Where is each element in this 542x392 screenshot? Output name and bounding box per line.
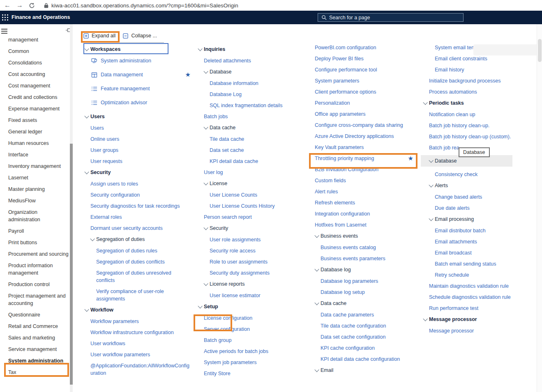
menu-link-refresh-elements[interactable]: Refresh elements	[315, 199, 425, 206]
menu-link-integration-configuration[interactable]: Integration configuration	[315, 210, 425, 218]
sidebar-item-system-administration[interactable]: System administration	[8, 357, 69, 364]
menu-link-batch-email-sending-status[interactable]: Batch email sending status	[423, 260, 520, 268]
section-header-email[interactable]: Email	[315, 367, 425, 374]
menu-link-user-license-counts-history[interactable]: User License Counts History	[198, 202, 307, 210]
menu-link-server-configuration[interactable]: Server configuration	[198, 326, 307, 333]
menu-link-user-license-counts[interactable]: User License Counts	[198, 191, 307, 199]
menu-link-key-vault-parameters[interactable]: Key Vault parameters	[315, 144, 425, 151]
menu-link-process-automations[interactable]: Process automations	[423, 88, 520, 96]
expand-all-button[interactable]: Expand all	[83, 33, 115, 39]
menu-link-configure-cross-company-data-sharing[interactable]: Configure cross-company data sharing	[315, 121, 425, 129]
sidebar-item-tax[interactable]: Tax	[8, 369, 69, 376]
star-icon[interactable]: ★	[408, 155, 413, 162]
menu-link-b2b-invitation-configuration[interactable]: B2B Invitation Configuration	[315, 166, 425, 173]
menu-link-database-information[interactable]: Database information	[198, 80, 307, 87]
sidebar-item-interface[interactable]: Interface	[8, 151, 69, 158]
sidebar-item-consolidations[interactable]: Consolidations	[8, 59, 69, 66]
menu-link-sql-index-fragmentation-details[interactable]: SQL index fragmentation details	[198, 102, 307, 109]
menu-link-throttling-priority-mapping[interactable]: Throttling priority mapping★	[315, 155, 425, 162]
menu-link-data-set-cache[interactable]: Data set cache	[198, 147, 307, 154]
menu-link-entity-store[interactable]: Entity Store	[198, 370, 307, 377]
menu-link-retry-schedule[interactable]: Retry schedule	[423, 271, 520, 279]
menu-link-security-duty-assignments[interactable]: Security duty assignments	[198, 269, 307, 277]
menu-link-license-configuration[interactable]: License configuration	[198, 314, 307, 322]
menu-link-segregation-of-duties-rules[interactable]: Segregation of duties rules	[85, 247, 191, 254]
menu-link-batch-jobs[interactable]: Batch jobs	[198, 113, 307, 120]
menu-link-office-app-parameters[interactable]: Office app parameters	[315, 110, 425, 118]
menu-link-active-periods-for-batch-jobs[interactable]: Active periods for batch jobs	[198, 348, 307, 355]
sidebar-item-human-resources[interactable]: Human resources	[8, 140, 69, 147]
back-arrow-icon[interactable]: ←	[4, 2, 11, 9]
menu-link-client-performance-options[interactable]: Client performance options	[315, 88, 425, 96]
menu-link-system-job-parameters[interactable]: System job parameters	[198, 359, 307, 366]
menu-link-data-set-cache-configuration[interactable]: Data set cache configuration	[315, 333, 425, 341]
menu-link-email-attachments[interactable]: Email attachments	[423, 238, 520, 245]
sidebar-item-general-ledger[interactable]: General ledger	[8, 128, 69, 135]
menu-link-deploy-power-bi-files[interactable]: Deploy Power BI files	[315, 55, 425, 62]
menu-link-system-parameters[interactable]: System parameters	[315, 77, 425, 85]
menu-link-role-to-user-assignments[interactable]: Role to user assignments	[198, 258, 307, 266]
section-header-business-events[interactable]: Business events	[315, 232, 425, 240]
sidebar-item-organization-administration[interactable]: Organization administration	[8, 209, 69, 223]
sidebar-item-questionnaire[interactable]: Questionnaire	[8, 311, 69, 319]
menu-link-personalization[interactable]: Personalization	[315, 99, 425, 107]
menu-link-alert-rules[interactable]: Alert rules	[315, 188, 425, 195]
menu-link-custom-fields[interactable]: Custom fields	[315, 177, 425, 184]
menu-link-run-performance-test[interactable]: Run performance test	[423, 305, 520, 312]
sidebar-item-inventory-management[interactable]: Inventory management	[8, 163, 69, 170]
section-header-database[interactable]: Database	[198, 68, 307, 76]
section-header-license-reports[interactable]: License reports	[198, 280, 307, 288]
menu-link--applicationfoundation-allworkflowconfiguration[interactable]: @ApplicationFoundation:AllWorkflowConfig…	[85, 362, 191, 377]
menu-link-security-configuration[interactable]: Security configuration	[85, 191, 191, 199]
section-header-data-cache[interactable]: Data cache	[198, 124, 307, 131]
menu-link-azure-active-directory-applications[interactable]: Azure Active Directory applications	[315, 133, 425, 140]
section-header-workspaces[interactable]: Workspaces	[85, 46, 191, 53]
menu-link-change-based-alerts[interactable]: Change based alerts	[423, 193, 520, 201]
menu-link-user-groups[interactable]: User groups	[85, 147, 191, 154]
section-header-security[interactable]: Security	[85, 169, 191, 176]
menu-link-kpi-cache-configuration[interactable]: KPI cache configuration	[315, 344, 425, 352]
menu-link-system-administration[interactable]: System administration	[85, 57, 191, 64]
menu-link-powerbi-com-configuration[interactable]: PowerBI.com configuration	[315, 44, 425, 51]
menu-link-due-date-alerts[interactable]: Due date alerts	[423, 204, 520, 212]
collapse-button[interactable]: Collapse ...	[123, 33, 157, 39]
menu-link-schedule-diagnostics-validation-rule[interactable]: Schedule diagnostics validation rule	[423, 293, 520, 301]
menu-link-user-role-assignments[interactable]: User role assignments	[198, 236, 307, 243]
forward-arrow-icon[interactable]: →	[16, 2, 23, 9]
url-text[interactable]: kiwa-acc01.sandbox.operations.dynamics.c…	[51, 2, 238, 9]
menu-link-business-events-parameters[interactable]: Business events parameters	[315, 255, 425, 262]
menu-link-batch-job-history-clean-up-[interactable]: Batch job history clean-up.	[423, 122, 520, 129]
sidebar-item-production-control[interactable]: Production control	[8, 281, 69, 288]
section-header-workflow[interactable]: Workflow	[85, 306, 191, 314]
section-header-inquiries[interactable]: Inquiries	[198, 46, 307, 53]
hamburger-icon[interactable]	[1, 29, 7, 35]
menu-link-optimization-advisor[interactable]: Optimization advisor	[85, 99, 191, 106]
menu-link-security-role-access[interactable]: Security role access	[198, 247, 307, 254]
menu-link-email-client-constraints[interactable]: Email client constraints	[423, 55, 520, 62]
menu-link-user-workflows[interactable]: User workflows	[85, 340, 191, 347]
menu-link-tile-data-cache-configuration[interactable]: Tile data cache configuration	[315, 322, 425, 330]
section-header-users[interactable]: Users	[85, 113, 191, 120]
sidebar-item-retail-and-commerce[interactable]: Retail and Commerce	[8, 323, 69, 330]
sidebar-item-management[interactable]: management	[8, 36, 69, 44]
menu-link-consistency-check[interactable]: Consistency check	[423, 171, 520, 178]
menu-link-feature-management[interactable]: Feature management	[85, 85, 191, 92]
menu-link-segregation-of-duties-unresolved-conflicts[interactable]: Segregation of duties unresolved conflic…	[85, 269, 191, 284]
sidebar-item-cost-accounting[interactable]: Cost accounting	[8, 71, 69, 78]
sidebar-item-mediusflow[interactable]: MediusFlow	[8, 197, 69, 204]
menu-link-verify-compliance-of-user-role-assignments[interactable]: Verify compliance of user-role assignmen…	[85, 288, 191, 303]
menu-link-email-broadcast[interactable]: Email broadcast	[423, 249, 520, 257]
menu-link-notification-clean-up[interactable]: Notification clean up	[423, 111, 520, 118]
menu-link-external-roles[interactable]: External roles	[85, 213, 191, 221]
menu-link-user-license-estimator[interactable]: User license estimator	[198, 292, 307, 299]
menu-link-kpi-detail-data-cache[interactable]: KPI detail data cache	[198, 158, 307, 165]
menu-link-message-processor[interactable]: Message processor	[423, 327, 520, 335]
search-input[interactable]: Search for a page	[318, 13, 464, 22]
sidebar-item-expense-management[interactable]: Expense management	[8, 105, 69, 112]
menu-link-data-management[interactable]: Data management★	[85, 71, 191, 78]
section-header-database-log[interactable]: Database log	[315, 266, 425, 273]
refresh-icon[interactable]	[29, 2, 35, 9]
section-header-periodic-tasks[interactable]: Periodic tasks	[423, 99, 520, 107]
menu-link-initialize-background-processes[interactable]: Initialize background processes	[423, 77, 520, 85]
menu-link-segregation-of-duties-conflicts[interactable]: Segregation of duties conflicts	[85, 258, 191, 266]
